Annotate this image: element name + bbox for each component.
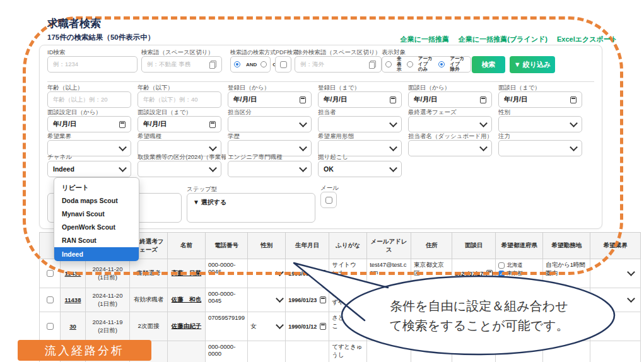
interview-date-value: 2024/07/27 bbox=[455, 271, 483, 277]
birth-date-cell: 1993/08/01 bbox=[286, 259, 329, 288]
keyword-search-input[interactable]: 例：不動産 事務 bbox=[141, 56, 222, 73]
search-button[interactable]: 検索 bbox=[472, 56, 505, 73]
copy-icon[interactable] bbox=[209, 61, 216, 69]
search-mode-radio-OR[interactable] bbox=[261, 61, 267, 67]
row-checkbox[interactable] bbox=[47, 296, 54, 303]
registration-date: 2024-11-19(2日前) bbox=[88, 318, 127, 335]
channel-option-Doda maps Scout[interactable]: Doda maps Scout bbox=[54, 194, 139, 207]
gender-value: 女 bbox=[250, 322, 257, 330]
exclude-search-input[interactable]: 例：海外 bbox=[295, 56, 382, 73]
calendar-icon[interactable] bbox=[320, 323, 326, 330]
header-link-1[interactable]: 企業に一括推薦(ブラインド) bbox=[459, 35, 547, 44]
prefecture-checkbox[interactable] bbox=[498, 271, 505, 277]
industry-select[interactable] bbox=[593, 272, 638, 275]
desired-industry-cell bbox=[590, 259, 641, 288]
channel-select[interactable]: Indeed bbox=[47, 161, 131, 177]
display-target-option-label-2: アーカイブ除外 bbox=[450, 56, 467, 73]
interview-date-to-date[interactable]: 年/月/日 bbox=[498, 91, 582, 108]
register-date-to-date[interactable]: 年/月/日 bbox=[318, 91, 402, 108]
candidate-name-link[interactable]: 佐藤 和也 bbox=[172, 296, 202, 303]
calendar-icon[interactable] bbox=[119, 121, 126, 128]
candidate-name-link[interactable]: 斉藤 日菜 bbox=[172, 269, 202, 276]
calendar-icon[interactable] bbox=[300, 96, 306, 103]
col-header-6: 性別 bbox=[248, 233, 286, 259]
display-target-radio-1[interactable] bbox=[407, 61, 413, 67]
candidate-id-link[interactable]: 11439 bbox=[65, 270, 81, 277]
chevron-down-icon bbox=[276, 268, 284, 276]
row-id-cell: 30 bbox=[61, 312, 86, 341]
address-cell: 東京都文京区 bbox=[411, 259, 452, 288]
calendar-icon[interactable] bbox=[480, 96, 486, 103]
age-min-input[interactable]: 年齢（以上）例：20 bbox=[47, 91, 131, 108]
age-min-placeholder: 年齢（以上）例：20 bbox=[53, 96, 108, 104]
copy-icon[interactable] bbox=[369, 61, 376, 69]
birth-date-input[interactable]: 1993/08/01 bbox=[288, 270, 326, 277]
age-max-input[interactable]: 年齢（以下）例：40 bbox=[138, 91, 221, 108]
gender-select[interactable]: 女 bbox=[250, 322, 283, 330]
registration-date-cell: 2024-11-20(1日前) bbox=[86, 288, 130, 312]
display-target-option-label-1: アーカイブのみ bbox=[418, 56, 436, 73]
filter-button[interactable]: ▼ 絞り込み bbox=[510, 56, 555, 73]
calendar-icon[interactable] bbox=[320, 270, 326, 277]
prefecture-checkbox[interactable] bbox=[498, 279, 505, 285]
candidate-id-link[interactable]: 11438 bbox=[65, 296, 81, 303]
search-mode-radios[interactable]: ANDOR bbox=[230, 56, 271, 73]
chevron-down-icon bbox=[299, 164, 307, 172]
search-mode-radio-AND[interactable] bbox=[234, 61, 240, 67]
birth-date-input[interactable]: 1990/01/12 bbox=[288, 323, 326, 330]
reactivation-select[interactable]: OK bbox=[318, 161, 402, 177]
display-target-radios2[interactable]: 全表示アーカイブのみアーカイブ除外 bbox=[382, 56, 471, 73]
phase-cell: 書類選考 bbox=[130, 259, 168, 288]
channel-option-OpenWork Scout[interactable]: OpenWork Scout bbox=[54, 221, 139, 234]
calendar-icon[interactable] bbox=[486, 270, 493, 277]
candidate-name-link[interactable]: 佐藤由紀子 bbox=[172, 322, 202, 329]
engineer-specialty-select[interactable] bbox=[228, 161, 312, 177]
interview-date-from-date[interactable]: 年/月/日 bbox=[408, 91, 492, 108]
gender-select[interactable] bbox=[250, 298, 283, 301]
birth-date-input[interactable]: 1996/01/23 bbox=[288, 296, 326, 303]
channel-option-RAN Scout[interactable]: RAN Scout bbox=[54, 234, 139, 247]
row-checkbox[interactable] bbox=[47, 270, 54, 277]
birth-date-value: 1996/01/23 bbox=[288, 297, 317, 303]
chevron-down-icon bbox=[119, 164, 127, 172]
gender-cell bbox=[248, 259, 286, 288]
gender-select[interactable] bbox=[498, 116, 582, 132]
chevron-down-icon bbox=[299, 143, 307, 151]
inflow-route-analysis-button[interactable]: 流入経路分析 bbox=[18, 340, 151, 361]
calendar-icon[interactable] bbox=[390, 96, 396, 103]
pdf-search-checkbox[interactable] bbox=[280, 61, 287, 68]
step-type-box[interactable]: ▼ 選択する bbox=[187, 193, 315, 223]
interview-date-input[interactable]: 2024/07/27 bbox=[455, 270, 493, 277]
assignee-dashboard-select[interactable] bbox=[408, 140, 492, 156]
table-row: 114392024-11-20(1日前)書類選考斉藤 日菜000-0000-00… bbox=[40, 259, 641, 288]
prefecture-checkbox[interactable] bbox=[498, 262, 505, 269]
calendar-icon[interactable] bbox=[570, 96, 577, 103]
header-link-0[interactable]: 企業に一括推薦 bbox=[401, 35, 449, 44]
channel-option-リピート[interactable]: リピート bbox=[54, 181, 139, 194]
candidate-id-link[interactable]: 30 bbox=[69, 323, 76, 330]
channel-option-Mynavi Scout[interactable]: Mynavi Scout bbox=[54, 207, 139, 221]
interview-set-date-to-date[interactable]: 年/月/日 bbox=[138, 116, 221, 132]
calendar-icon[interactable] bbox=[209, 121, 216, 128]
assignee-select[interactable] bbox=[318, 116, 402, 132]
gender-select[interactable] bbox=[250, 272, 283, 275]
header-link-2[interactable]: Excelエクスポート bbox=[557, 35, 618, 44]
channel-option-Indeed[interactable]: Indeed bbox=[54, 247, 139, 261]
pdf-search-checkbox[interactable] bbox=[275, 56, 291, 73]
assign-category-select[interactable] bbox=[228, 116, 312, 132]
chevron-down-icon bbox=[479, 143, 488, 151]
id-search-input[interactable]: 例：1234 bbox=[47, 56, 138, 73]
register-date-from-date[interactable]: 年/月/日 bbox=[228, 91, 312, 108]
calendar-icon[interactable] bbox=[320, 296, 326, 303]
business-category-2024-select[interactable] bbox=[138, 161, 221, 177]
display-target-radio-0[interactable] bbox=[385, 61, 392, 67]
mail-checkbox[interactable] bbox=[325, 197, 332, 204]
kana-cell: てすときゅうし bbox=[329, 341, 367, 362]
row-checkbox[interactable] bbox=[47, 323, 54, 330]
final-phase-select[interactable] bbox=[408, 116, 492, 132]
col-header-4: 名前 bbox=[168, 233, 206, 259]
phase-cell: 2次面接 bbox=[130, 312, 168, 341]
interview-set-date-from-date[interactable]: 年/月/日 bbox=[47, 116, 131, 132]
focus-select[interactable] bbox=[498, 140, 582, 156]
display-target-radio-2[interactable] bbox=[438, 61, 445, 67]
